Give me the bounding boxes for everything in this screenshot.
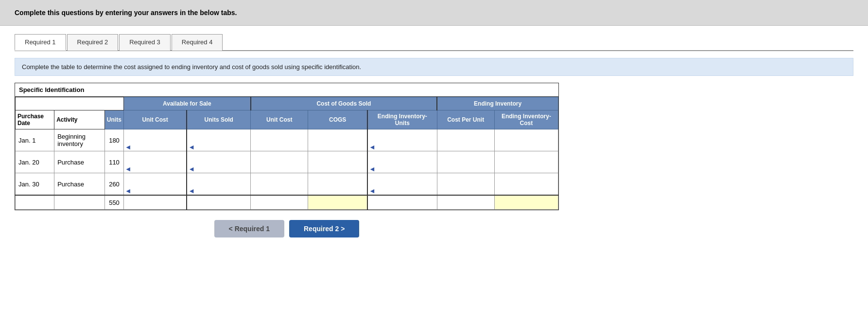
arrow-icon3: ◄ xyxy=(369,143,376,151)
empty-group-header xyxy=(16,97,124,110)
ending-inv-units-cell[interactable]: ◄ xyxy=(367,151,437,173)
unit-cost-input[interactable] xyxy=(124,151,186,165)
main-content: Required 1 Required 2 Required 3 Require… xyxy=(0,26,868,245)
units-sold-cell[interactable]: ◄ xyxy=(187,173,250,196)
total-unit-cost2-cell xyxy=(251,195,308,210)
cogs-input[interactable] xyxy=(308,133,367,147)
table-title: Specific Identification xyxy=(15,83,558,97)
ending-inv-cost-input[interactable] xyxy=(495,177,558,191)
ending-inv-units-header: Ending Inventory- Units xyxy=(367,110,437,129)
column-subheader-row: Purchase Date Activity Units Unit Cost U… xyxy=(16,110,558,129)
table-section: Specific Identification Available for Sa… xyxy=(15,83,559,210)
arrow-icon3: ◄ xyxy=(369,187,376,195)
cogs-cell[interactable] xyxy=(308,129,367,151)
tabs-container: Required 1 Required 2 Required 3 Require… xyxy=(15,34,853,51)
total-date-cell xyxy=(16,195,54,210)
date-cell: Jan. 20 xyxy=(16,151,54,173)
cogs-cell[interactable] xyxy=(308,173,367,196)
ending-inv-cost-input[interactable] xyxy=(495,155,558,169)
instruction-bar: Complete the table to determine the cost… xyxy=(15,58,853,76)
units-cell: 110 xyxy=(104,151,123,173)
activity-cell: Purchase xyxy=(54,151,105,173)
ending-inv-units-cell[interactable]: ◄ xyxy=(367,173,437,196)
unit-cost-input[interactable] xyxy=(124,173,186,187)
total-units-cell: 550 xyxy=(104,195,123,210)
ending-inv-cost-cell[interactable] xyxy=(494,151,558,173)
total-ending-inv-cost-input[interactable] xyxy=(495,196,558,209)
unit-cost-cell[interactable]: ◄ xyxy=(123,173,187,196)
cost-per-unit-input[interactable] xyxy=(437,155,494,169)
unit-cost2-cell[interactable] xyxy=(251,129,308,151)
total-units-sold-input[interactable] xyxy=(187,196,250,209)
date-cell: Jan. 30 xyxy=(16,173,54,196)
unit-cost2-input[interactable] xyxy=(251,177,308,191)
arrow-icon: ◄ xyxy=(125,143,132,151)
table-row: Jan. 20 Purchase 110 ◄ ◄ xyxy=(16,151,558,173)
cost-per-unit-input[interactable] xyxy=(437,133,494,147)
total-activity-cell xyxy=(54,195,105,210)
total-cogs-cell[interactable] xyxy=(308,195,367,210)
header-banner: Complete this questions by entering your… xyxy=(0,0,868,26)
ending-inv-cost-cell[interactable] xyxy=(494,173,558,196)
tab-required-1[interactable]: Required 1 xyxy=(15,34,66,51)
main-table: Available for Sale Cost of Goods Sold En… xyxy=(15,97,558,210)
next-button[interactable]: Required 2 > xyxy=(289,220,359,237)
total-row: 550 xyxy=(16,195,558,210)
ending-inv-units-cell[interactable]: ◄ xyxy=(367,129,437,151)
units-sold-input[interactable] xyxy=(187,151,250,165)
activity-header: Activity xyxy=(54,110,105,129)
tab-required-4[interactable]: Required 4 xyxy=(172,34,223,51)
arrow-icon: ◄ xyxy=(125,187,132,195)
unit-cost2-input[interactable] xyxy=(251,155,308,169)
arrow-icon2: ◄ xyxy=(188,165,195,173)
cogs-header: COGS xyxy=(308,110,367,129)
ending-inv-cost-cell[interactable] xyxy=(494,129,558,151)
unit-cost2-header: Unit Cost xyxy=(251,110,308,129)
total-ending-inv-units-input[interactable] xyxy=(368,196,437,209)
unit-cost-header: Unit Cost xyxy=(123,110,187,129)
total-ending-inv-units-cell[interactable] xyxy=(367,195,437,210)
arrow-icon3: ◄ xyxy=(369,165,376,173)
activity-cell: Purchase xyxy=(54,173,105,196)
total-unit-cost-cell xyxy=(123,195,187,210)
total-cogs-input[interactable] xyxy=(308,196,367,209)
units-sold-cell[interactable]: ◄ xyxy=(187,151,250,173)
ending-inv-cost-header: Ending Inventory- Cost xyxy=(494,110,558,129)
tab-required-3[interactable]: Required 3 xyxy=(119,34,171,51)
units-header: Units xyxy=(104,110,123,129)
cost-per-unit-cell[interactable] xyxy=(437,129,494,151)
cost-per-unit-cell[interactable] xyxy=(437,173,494,196)
tab-required-2[interactable]: Required 2 xyxy=(67,34,119,51)
cost-per-unit-input[interactable] xyxy=(437,177,494,191)
unit-cost-input[interactable] xyxy=(124,129,186,143)
unit-cost2-input[interactable] xyxy=(251,133,308,147)
cost-of-goods-sold-header: Cost of Goods Sold xyxy=(251,97,437,110)
total-cost-per-unit-cell xyxy=(437,195,494,210)
cost-per-unit-cell[interactable] xyxy=(437,151,494,173)
unit-cost2-cell[interactable] xyxy=(251,151,308,173)
units-cell: 180 xyxy=(104,129,123,151)
ending-inventory-header: Ending Inventory xyxy=(437,97,558,110)
ending-inv-units-input[interactable] xyxy=(368,151,437,165)
cogs-cell[interactable] xyxy=(308,151,367,173)
table-row: Jan. 30 Purchase 260 ◄ ◄ xyxy=(16,173,558,196)
units-sold-header: Units Sold xyxy=(187,110,250,129)
ending-inv-cost-input[interactable] xyxy=(495,133,558,147)
prev-button[interactable]: < Required 1 xyxy=(214,220,284,237)
cogs-input[interactable] xyxy=(308,177,367,191)
header-instruction: Complete this questions by entering your… xyxy=(15,9,237,17)
units-sold-input[interactable] xyxy=(187,173,250,187)
ending-inv-units-input[interactable] xyxy=(368,129,437,143)
available-for-sale-header: Available for Sale xyxy=(123,97,250,110)
table-body: Jan. 1 Beginning inventory 180 ◄ ◄ xyxy=(16,129,558,210)
column-group-header-row: Available for Sale Cost of Goods Sold En… xyxy=(16,97,558,110)
units-sold-cell[interactable]: ◄ xyxy=(187,129,250,151)
ending-inv-units-input[interactable] xyxy=(368,173,437,187)
units-sold-input[interactable] xyxy=(187,129,250,143)
unit-cost-cell[interactable]: ◄ xyxy=(123,129,187,151)
unit-cost-cell[interactable]: ◄ xyxy=(123,151,187,173)
unit-cost2-cell[interactable] xyxy=(251,173,308,196)
cogs-input[interactable] xyxy=(308,155,367,169)
total-units-sold-cell[interactable] xyxy=(187,195,250,210)
total-ending-inv-cost-cell[interactable] xyxy=(494,195,558,210)
